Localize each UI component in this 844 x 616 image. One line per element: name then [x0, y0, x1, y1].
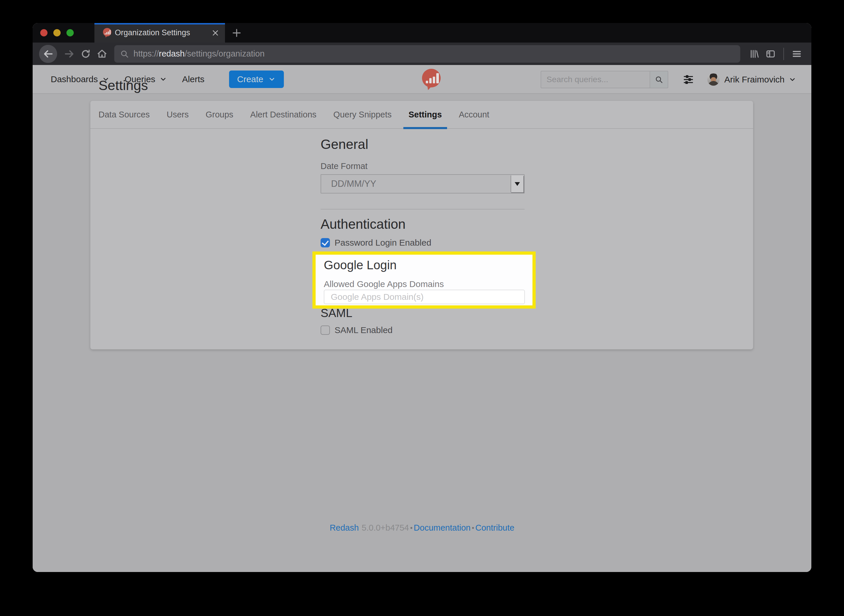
- url-domain: redash: [159, 49, 185, 58]
- home-button[interactable]: [94, 46, 110, 62]
- page-content: Dashboards Queries Alerts Create: [33, 65, 811, 572]
- select-dropdown-arrow-icon[interactable]: [511, 175, 523, 192]
- saml-heading: SAML: [321, 307, 352, 320]
- nav-alerts[interactable]: Alerts: [182, 74, 205, 84]
- page-title: Settings: [98, 77, 148, 93]
- chevron-down-icon: [268, 75, 276, 83]
- browser-toolbar: https://redash/settings/organization: [33, 43, 811, 65]
- library-icon[interactable]: [746, 46, 762, 62]
- app-navbar: Dashboards Queries Alerts Create: [33, 65, 811, 94]
- tab-data-sources[interactable]: Data Sources: [98, 101, 150, 129]
- tab-query-snippets[interactable]: Query Snippets: [333, 101, 392, 129]
- back-button[interactable]: [39, 45, 57, 63]
- saml-enabled-row: SAML Enabled: [321, 325, 393, 335]
- reload-button[interactable]: [78, 46, 94, 62]
- password-login-row: Password Login Enabled: [321, 238, 432, 248]
- user-avatar[interactable]: [707, 73, 719, 86]
- authentication-heading: Authentication: [321, 216, 406, 232]
- toolbar-separator: [783, 48, 784, 60]
- close-window-button[interactable]: [40, 29, 47, 37]
- footer-redash-link[interactable]: Redash: [330, 523, 359, 533]
- sidebar-toggle-icon[interactable]: [762, 46, 779, 62]
- search-icon: [120, 50, 129, 58]
- menu-icon[interactable]: [789, 46, 805, 62]
- tab-title: Organization Settings: [115, 28, 211, 37]
- tab-users[interactable]: Users: [167, 101, 189, 129]
- url-path: /settings/organization: [185, 49, 265, 58]
- create-button[interactable]: Create: [229, 70, 284, 88]
- footer-documentation-link[interactable]: Documentation: [414, 523, 471, 533]
- redash-favicon: [100, 28, 110, 38]
- tab-settings[interactable]: Settings: [409, 101, 442, 129]
- browser-tab-active[interactable]: Organization Settings: [94, 23, 225, 43]
- forward-button[interactable]: [61, 46, 78, 62]
- new-tab-button[interactable]: [230, 26, 243, 39]
- window-controls: [40, 29, 74, 37]
- date-format-select[interactable]: DD/MM/YY: [321, 174, 525, 194]
- general-heading: General: [321, 136, 368, 152]
- google-login-highlight-box: Google Login Allowed Google Apps Domains: [313, 251, 536, 309]
- chevron-down-icon: [159, 75, 167, 83]
- browser-window: Organization Settings: [33, 23, 811, 572]
- url-bar[interactable]: https://redash/settings/organization: [114, 45, 740, 63]
- settings-tabs: Data Sources Users Groups Alert Destinat…: [90, 101, 753, 129]
- date-format-value: DD/MM/YY: [321, 179, 376, 189]
- navbar-right: Arik Fraimovich: [541, 65, 796, 94]
- date-format-label: Date Format: [321, 161, 367, 171]
- footer-contribute-link[interactable]: Contribute: [476, 523, 514, 533]
- settings-card: Data Sources Users Groups Alert Destinat…: [90, 101, 753, 349]
- google-login-heading: Google Login: [324, 258, 397, 272]
- section-divider: [321, 209, 525, 210]
- zoom-window-button[interactable]: [66, 29, 74, 37]
- search-box: [541, 71, 668, 88]
- search-input[interactable]: [541, 71, 650, 88]
- app-footer: Redash 5.0.0+b4754 • Documentation • Con…: [33, 523, 811, 533]
- tab-groups[interactable]: Groups: [205, 101, 233, 129]
- tab-alert-destinations[interactable]: Alert Destinations: [250, 101, 317, 129]
- browser-tabstrip: Organization Settings: [33, 23, 811, 43]
- chevron-down-icon[interactable]: [789, 76, 796, 83]
- search-icon: [655, 75, 663, 84]
- tab-account[interactable]: Account: [459, 101, 489, 129]
- admin-settings-button[interactable]: [683, 74, 694, 85]
- saml-enabled-label: SAML Enabled: [335, 325, 393, 335]
- tab-close-icon[interactable]: [211, 29, 219, 37]
- password-login-label: Password Login Enabled: [335, 238, 432, 248]
- user-name: Arik Fraimovich: [724, 75, 785, 85]
- nav-alerts-label: Alerts: [182, 74, 205, 84]
- footer-separator-dot: •: [472, 524, 474, 532]
- saml-enabled-checkbox[interactable]: [321, 326, 330, 335]
- footer-separator-dot: •: [410, 524, 412, 532]
- google-domains-input[interactable]: [324, 290, 525, 304]
- search-button[interactable]: [650, 71, 668, 88]
- desktop-background: Organization Settings: [0, 0, 844, 616]
- sliders-icon: [683, 74, 694, 85]
- minimize-window-button[interactable]: [53, 29, 61, 37]
- active-tab-indicator: [94, 23, 225, 25]
- nav-dashboards-label: Dashboards: [51, 74, 98, 84]
- footer-version: 5.0.0+b4754: [362, 523, 409, 533]
- google-domains-label: Allowed Google Apps Domains: [324, 279, 444, 289]
- url-protocol: https://: [134, 49, 159, 58]
- password-login-checkbox[interactable]: [321, 238, 330, 247]
- create-button-label: Create: [237, 74, 263, 84]
- url-text: https://redash/settings/organization: [134, 49, 265, 59]
